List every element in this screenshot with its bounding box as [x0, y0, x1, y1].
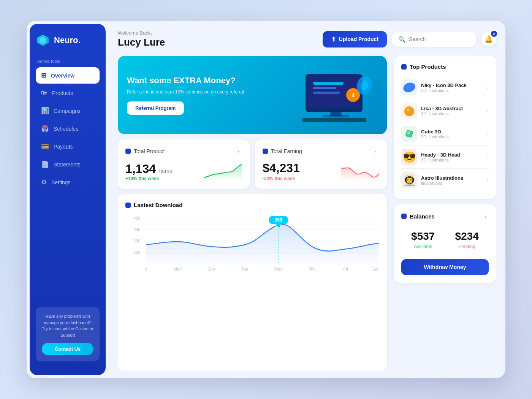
total-earning-menu[interactable]: ⋮	[372, 147, 379, 155]
total-product-menu[interactable]: ⋮	[235, 147, 242, 155]
svg-text:Sat: Sat	[372, 267, 378, 271]
product-thumb-3: 😎	[401, 149, 417, 165]
welcome-text: Welcome Back,	[118, 30, 323, 36]
balances-header: Balances ⋮	[401, 212, 489, 220]
product-item-2[interactable]: Cube 3D 3D Illustrations ›	[401, 122, 489, 146]
svg-point-37	[407, 108, 410, 111]
sidebar-item-campaigns-label: Campaigns	[54, 108, 81, 114]
referral-program-button[interactable]: Referral Program	[127, 101, 184, 115]
banner-3d-visual: ⬇	[294, 66, 378, 124]
stat-product-title-row: Total Product	[125, 148, 165, 154]
balances-card: Balances ⋮ $537 Available $234 Pending	[394, 204, 496, 283]
product-type-3: 3D Illustrations	[421, 158, 483, 162]
svg-rect-11	[302, 118, 366, 122]
contact-us-button[interactable]: Contact Us	[42, 343, 93, 355]
support-text: Have any problems with manage your dashb…	[42, 313, 93, 338]
banner-title: Want some EXTRA Money?	[127, 75, 294, 86]
sidebar-item-products-label: Products	[52, 90, 73, 96]
logo-text: Neuro.	[54, 35, 81, 45]
notification-bell[interactable]: 🔔 2	[481, 32, 496, 47]
stat-product-header: Total Product ⋮	[125, 147, 242, 155]
product-item-4[interactable]: 👨‍🚀 Astro Illustrations Illustrations ›	[401, 169, 489, 192]
sidebar-item-statements-label: Statements	[54, 162, 81, 168]
product-item-3[interactable]: 😎 Heady - 3D Head 3D Illustrations ›	[401, 146, 489, 169]
svg-text:⬇: ⬇	[351, 92, 356, 98]
product-item-1[interactable]: Lika - 3D Abstract 3D Illustrations ›	[401, 99, 489, 122]
user-name: Lucy Lure	[118, 36, 323, 48]
support-box: Have any problems with manage your dashb…	[36, 307, 100, 361]
total-product-value: 1,134 Items	[125, 162, 172, 176]
payouts-icon: 💳	[41, 142, 49, 150]
top-products-title: Top Products	[410, 63, 446, 70]
total-earning-value: $4,231	[263, 161, 300, 175]
total-earning-card: Total Earning ⋮ $4,231 -22% this week	[255, 139, 387, 189]
balance-available-label: Available	[401, 244, 445, 249]
sidebar-item-overview[interactable]: ⊞ Overview	[36, 67, 100, 84]
top-products-card: Top Products Niky - Icon 3D Pack 3D Illu…	[394, 56, 496, 199]
settings-icon: ⚙	[41, 178, 47, 186]
sidebar-item-settings-label: Settings	[51, 179, 71, 185]
download-indicator	[125, 203, 131, 208]
svg-point-36	[404, 106, 414, 116]
svg-text:Wed: Wed	[274, 267, 283, 271]
admin-label: Admin Tools	[36, 59, 100, 63]
search-icon: 🔍	[398, 36, 406, 43]
svg-text:0: 0	[145, 267, 147, 271]
sidebar-item-schedules[interactable]: 📅 Schedules	[36, 120, 100, 137]
total-earning-indicator	[263, 149, 268, 154]
campaigns-icon: 📊	[41, 107, 49, 115]
product-type-2: 3D Illustrations	[421, 135, 483, 139]
product-name-1: Lika - 3D Abstract	[421, 106, 483, 111]
svg-text:200: 200	[133, 239, 140, 243]
sidebar-item-overview-label: Overview	[51, 73, 74, 79]
svg-text:100: 100	[133, 250, 140, 255]
sidebar-item-statements[interactable]: 📄 Statements	[36, 156, 100, 173]
product-arrow-0: ›	[487, 84, 489, 90]
sidebar-item-products[interactable]: 🛍 Products	[36, 85, 100, 101]
total-earning-label: Total Earning	[271, 148, 302, 154]
notification-badge: 2	[491, 31, 497, 37]
svg-text:Sun: Sun	[207, 267, 215, 271]
bell-icon: 🔔	[484, 35, 493, 43]
logo-icon	[36, 33, 50, 48]
stats-row: Total Product ⋮ 1,134 Items +10% this we…	[118, 139, 387, 189]
svg-rect-5	[313, 87, 336, 89]
total-product-change: +10% this week	[125, 176, 172, 181]
svg-text:Mon: Mon	[174, 267, 182, 271]
product-arrow-4: ›	[487, 177, 489, 183]
product-arrow-3: ›	[487, 154, 489, 160]
product-arrow-1: ›	[487, 108, 489, 114]
withdraw-money-button[interactable]: Withdraw Money	[401, 259, 489, 275]
right-panel: Top Products Niky - Icon 3D Pack 3D Illu…	[394, 56, 496, 370]
balances-title: Balances	[410, 213, 435, 220]
svg-rect-4	[313, 82, 344, 85]
overview-icon: ⊞	[41, 71, 46, 79]
balance-pending-label: Pending	[445, 244, 489, 249]
total-product-label: Total Product	[134, 148, 165, 154]
upload-icon: ⬆	[331, 36, 336, 43]
upload-product-button[interactable]: ⬆ Upload Product	[323, 31, 387, 48]
top-products-indicator	[401, 64, 407, 70]
search-box[interactable]: 🔍	[392, 32, 476, 47]
product-info-2: Cube 3D 3D Illustrations	[421, 129, 483, 139]
download-title: Lastest Download	[134, 202, 182, 208]
sidebar-item-payouts-label: Payouts	[54, 144, 73, 150]
search-input[interactable]	[409, 36, 470, 42]
product-item-0[interactable]: Niky - Icon 3D Pack 3D Illustrations ›	[401, 76, 489, 99]
product-thumb-4: 👨‍🚀	[401, 172, 417, 188]
svg-text:359: 359	[275, 217, 282, 223]
product-type-0: 3D Illustrations	[421, 88, 483, 93]
welcome-area: Welcome Back, Lucy Lure	[118, 30, 323, 48]
balances-menu[interactable]: ⋮	[482, 212, 489, 220]
total-earning-change: -22% this week	[263, 176, 300, 181]
sidebar-item-settings[interactable]: ⚙ Settings	[36, 174, 100, 190]
svg-rect-10	[323, 115, 349, 117]
sidebar: Neuro. Admin Tools ⊞ Overview 🛍 Products…	[30, 24, 106, 375]
product-name-2: Cube 3D	[421, 129, 483, 135]
product-info-0: Niky - Icon 3D Pack 3D Illustrations	[421, 82, 483, 93]
sidebar-item-payouts[interactable]: 💳 Payouts	[36, 138, 100, 155]
sidebar-item-campaigns[interactable]: 📊 Campaigns	[36, 103, 100, 119]
product-name-0: Niky - Icon 3D Pack	[421, 82, 483, 88]
svg-text:Fri: Fri	[343, 267, 348, 271]
total-product-chart	[204, 162, 242, 181]
